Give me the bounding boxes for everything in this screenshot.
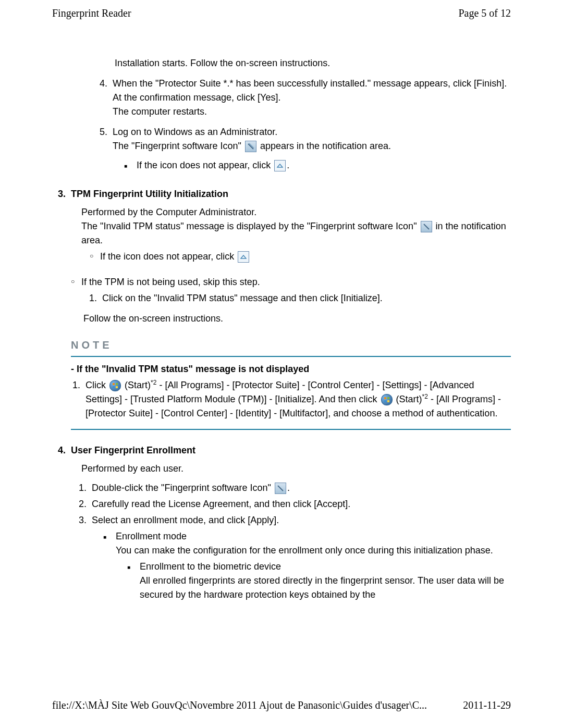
- svg-rect-7: [387, 400, 389, 402]
- step-4: 4. When the "Protector Suite *.* has bee…: [94, 77, 511, 119]
- section-3-title: TPM Fingerprint Utility Initialization: [71, 187, 511, 201]
- page-footer: file://X:\MÀJ Site Web GouvQc\Novembre 2…: [0, 693, 563, 723]
- section-4: 4. User Fingerprint Enrollment Performed…: [52, 443, 511, 604]
- show-hidden-tray-icon: [238, 251, 249, 263]
- header-title: Fingerprint Reader: [52, 5, 131, 21]
- note-step-1: 1. Click (Start)*2 - [All Programs] - [P…: [71, 378, 511, 421]
- icon-missing-note: If the icon does not appear, click .: [124, 158, 511, 172]
- svg-rect-4: [384, 397, 386, 399]
- windows-start-icon: [109, 380, 121, 391]
- enroll-step-1: 1. Double-click the "Fingerprint softwar…: [73, 481, 511, 495]
- header-page-number: Page 5 of 12: [458, 5, 511, 21]
- windows-start-icon: [381, 394, 393, 405]
- section-3: 3. TPM Fingerprint Utility Initializatio…: [52, 187, 511, 431]
- tpm-step-1: 1. Click on the "Invalid TPM status" mes…: [83, 291, 511, 305]
- svg-rect-2: [113, 386, 115, 388]
- fingerprint-software-icon: [421, 221, 432, 232]
- fingerprint-software-icon: [245, 141, 256, 152]
- fingerprint-software-icon: [275, 483, 286, 494]
- install-start-text: Installation starts. Follow the on-scree…: [115, 56, 511, 70]
- section-4-title: User Fingerprint Enrollment: [71, 443, 511, 458]
- step-5: 5. Log on to Windows as an Administrator…: [94, 125, 511, 175]
- enrollment-mode: Enrollment mode You can make the configu…: [103, 529, 511, 602]
- note-label: NOTE: [71, 337, 511, 353]
- show-hidden-tray-icon: [274, 160, 286, 171]
- footer-path: file://X:\MÀJ Site Web GouvQc\Novembre 2…: [52, 697, 427, 713]
- note-heading: - If the "Invalid TPM status" message is…: [71, 362, 511, 376]
- svg-rect-3: [116, 386, 118, 388]
- icon-missing-note-2: If the icon does not appear, click: [90, 250, 511, 264]
- step-continuation: Installation starts. Follow the on-scree…: [94, 56, 511, 175]
- enrollment-biometric: Enrollment to the biometric device All e…: [127, 560, 511, 602]
- enroll-step-2: 2. Carefully read the License Agreement,…: [73, 497, 511, 511]
- note-divider: [71, 356, 511, 357]
- enroll-step-3: 3. Select an enrollment mode, and click …: [73, 513, 511, 604]
- footer-date: 2011-11-29: [463, 697, 511, 713]
- svg-rect-6: [384, 400, 386, 402]
- svg-rect-1: [116, 383, 118, 385]
- skip-tpm-note: If the TPM is not being used, skip this …: [71, 275, 511, 289]
- svg-rect-0: [113, 383, 115, 385]
- page-header: Fingerprint Reader Page 5 of 12: [52, 5, 511, 25]
- note-divider-end: [71, 429, 511, 430]
- svg-rect-5: [387, 397, 389, 399]
